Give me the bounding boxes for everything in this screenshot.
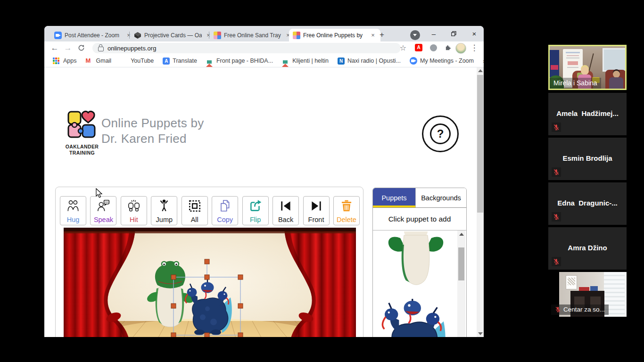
participant-name: Esmin Brodlija <box>548 154 627 162</box>
scrollbar-thumb[interactable] <box>477 75 483 213</box>
flip-button[interactable]: Flip <box>242 196 269 225</box>
bookmark-apps[interactable]: Apps <box>53 57 77 65</box>
browser-menu-icon[interactable]: ⋮ <box>470 43 479 53</box>
participant-tile-amra[interactable]: Amra Džino <box>548 227 627 270</box>
bookmark-my-meetings[interactable]: My Meetings - Zoom <box>410 57 474 65</box>
forward-icon[interactable]: → <box>63 43 73 53</box>
tab-post-attendee[interactable]: Post Attendee - Zoom × <box>50 29 136 41</box>
oaklander-favicon <box>293 32 300 39</box>
bookmark-gmail[interactable]: M Gmail <box>86 57 112 65</box>
bookmark-youtube[interactable]: YouTube <box>120 57 154 65</box>
participant-tile-esmin[interactable]: Esmin Brodlija <box>548 138 627 180</box>
copy-button[interactable]: Copy <box>212 196 238 225</box>
bookmarks-overflow-icon[interactable]: » <box>483 58 484 65</box>
back-button[interactable]: Back <box>272 196 299 225</box>
delete-button[interactable]: Delete <box>333 196 360 225</box>
bookmark-star-icon[interactable]: ☆ <box>398 43 408 53</box>
tab-label: Post Attendee - Zoom <box>65 32 122 39</box>
tab-separator <box>129 32 130 39</box>
participant-name: Edna Dragunic-... <box>548 199 627 207</box>
tab-label: Free Online Sand Tray b <box>224 32 281 39</box>
bookmark-label: My Meetings - Zoom <box>420 58 474 64</box>
puppet-toolbar: Hug Speak <box>60 196 360 225</box>
page-title: Online Puppets by Dr. Karen Fried <box>101 115 204 147</box>
speak-icon <box>96 199 110 213</box>
lock-icon <box>98 47 104 51</box>
bookmark-klijenti[interactable]: Klijenti | heltin <box>282 57 329 65</box>
jump-button[interactable]: Jump <box>151 196 177 225</box>
tab-puppets[interactable]: Puppets <box>373 188 415 207</box>
help-button[interactable]: ? <box>422 115 459 152</box>
logo-text-line1: OAKLANDER <box>62 144 102 150</box>
puppet-thumb-crocodile[interactable] <box>385 230 446 289</box>
tab-label: Projective Cards — Oak <box>144 32 202 39</box>
bookmark-label: Gmail <box>96 58 112 64</box>
extensions-puzzle-icon[interactable] <box>443 44 453 53</box>
trash-icon <box>339 199 354 213</box>
close-window-button[interactable]: × <box>465 26 484 41</box>
select-all-icon <box>188 199 202 213</box>
participant-tile-edna[interactable]: Edna Dragunic-... <box>548 182 627 225</box>
bookmark-label: Front page - BHIDA... <box>216 58 273 64</box>
front-button[interactable]: Front <box>303 196 330 225</box>
hit-button[interactable]: Hit <box>121 196 147 225</box>
back-icon[interactable]: ← <box>50 43 59 53</box>
bookmark-naxi-radio[interactable]: N Naxi radio | Opusti... <box>338 58 401 65</box>
bookmark-label: Translate <box>173 58 197 64</box>
copy-label: Copy <box>217 216 233 223</box>
participant-tile-amela[interactable]: Amela Hadžimej... <box>548 93 627 135</box>
zoom-screen-share: Post Attendee - Zoom × Projective Cards … <box>0 0 644 362</box>
participant-video-centar[interactable]: Centar za so... <box>548 272 627 317</box>
bookmark-label: Naxi radio | Opusti... <box>347 58 401 64</box>
reload-icon[interactable] <box>76 43 86 53</box>
puppet-stage[interactable] <box>64 228 356 337</box>
stage-scene <box>64 228 356 337</box>
media-controls-button[interactable] <box>410 30 420 40</box>
tab-sand-tray[interactable]: Free Online Sand Tray b × <box>210 29 296 41</box>
page-scrollbar[interactable] <box>477 67 484 337</box>
scroll-up-icon[interactable] <box>478 69 483 72</box>
mic-muted-icon <box>552 257 561 266</box>
participant-name: Amra Džino <box>548 244 627 252</box>
hug-button[interactable]: Hug <box>60 196 86 225</box>
bookmark-label: YouTube <box>131 58 154 64</box>
speak-label: Speak <box>94 216 113 223</box>
speak-button[interactable]: Speak <box>90 196 116 225</box>
bookmark-front-page[interactable]: Front page - BHIDA... <box>206 57 273 65</box>
tab-projective-cards[interactable]: Projective Cards — Oak × <box>130 29 216 41</box>
logo-text-line2: TRAINING <box>62 150 102 156</box>
hit-label: Hit <box>130 216 138 223</box>
tab-backgrounds[interactable]: Backgrounds <box>415 188 466 207</box>
address-bar[interactable]: onlinepuppets.org <box>92 43 401 53</box>
puppet-list <box>373 230 466 337</box>
red-object <box>579 287 589 291</box>
minimize-button[interactable]: – <box>424 26 443 41</box>
puppet-thumb-dragon[interactable] <box>378 299 453 337</box>
extension-icon[interactable] <box>430 44 437 51</box>
puppet-list-scrollbar[interactable] <box>457 230 465 337</box>
flip-icon <box>248 199 263 213</box>
bring-front-icon <box>309 199 323 213</box>
bookmark-translate[interactable]: A Translate <box>163 58 197 65</box>
library-tabs: Puppets Backgrounds <box>373 188 466 208</box>
wall-art <box>550 50 559 77</box>
all-button[interactable]: All <box>182 196 208 225</box>
scroll-down-icon[interactable] <box>478 332 483 335</box>
puppet-library-panel: Puppets Backgrounds Click puppet to add <box>372 188 467 337</box>
bookmark-label: Apps <box>63 58 77 64</box>
profile-avatar[interactable] <box>455 43 466 54</box>
person-1-head <box>581 67 589 75</box>
picture-frame <box>566 275 577 289</box>
tab-online-puppets-active[interactable]: Free Online Puppets by × <box>289 29 380 41</box>
new-tab-button[interactable]: + <box>376 29 388 41</box>
restore-button[interactable] <box>444 26 463 41</box>
pdf-extension-icon[interactable]: A <box>415 44 422 51</box>
browser-window: Post Attendee - Zoom × Projective Cards … <box>44 26 484 337</box>
zoom-icon <box>410 57 417 65</box>
gmail-icon: M <box>86 57 93 65</box>
scroll-up-icon[interactable] <box>459 233 464 236</box>
scrollbar-thumb[interactable] <box>458 247 464 280</box>
mic-muted-icon <box>552 167 561 177</box>
participant-video-mirela[interactable]: Mirela i Sabina <box>548 45 627 90</box>
copy-icon <box>218 199 232 213</box>
